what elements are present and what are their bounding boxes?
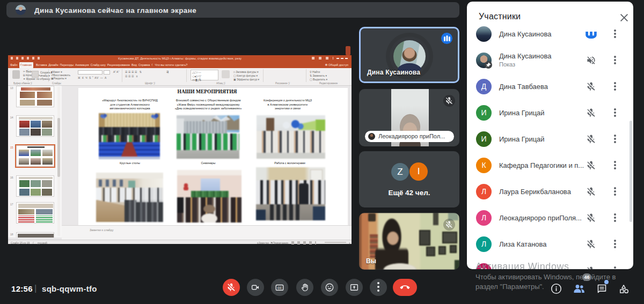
svg-text:CC: CC — [277, 286, 282, 290]
